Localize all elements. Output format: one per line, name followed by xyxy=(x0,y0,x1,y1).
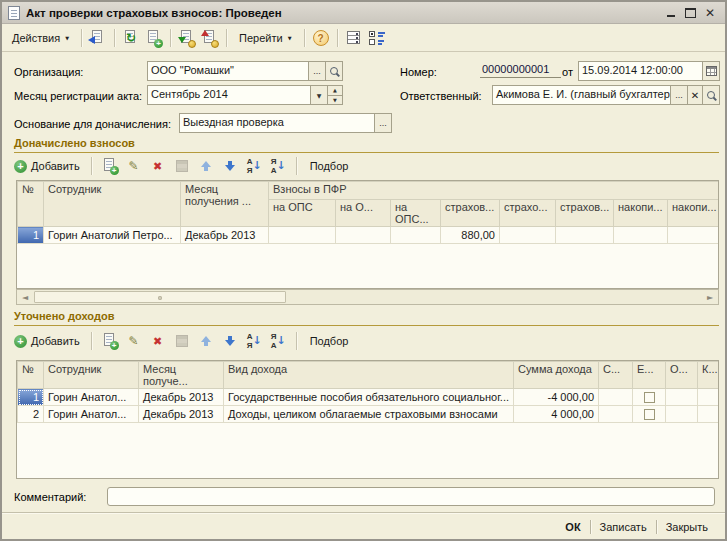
month-cell[interactable]: Декабрь 2013 xyxy=(139,389,224,406)
org-open-button[interactable] xyxy=(325,62,342,80)
subcol-header: страхов... xyxy=(556,200,614,227)
pick-button[interactable]: Подбор xyxy=(306,333,353,349)
document-movements-button[interactable] xyxy=(367,28,387,48)
delete-row-button[interactable]: ✖ xyxy=(149,332,167,350)
value-cell[interactable] xyxy=(614,227,668,244)
move-up-button[interactable] xyxy=(197,157,215,175)
reg-month-field[interactable]: Сентябрь 2014 ▼ ▲ ▼ xyxy=(147,85,343,105)
document-structure-button[interactable] xyxy=(344,28,364,48)
responsible-clear-button[interactable]: ✕ xyxy=(687,86,702,104)
basis-field[interactable]: Выездная проверка ... xyxy=(179,113,392,133)
checkbox[interactable] xyxy=(644,409,655,420)
number-value[interactable]: 00000000001 xyxy=(480,63,561,78)
amount-cell[interactable]: -4 000,00 xyxy=(514,389,599,406)
goto-menu-button[interactable]: Перейти ▼ xyxy=(233,29,297,47)
responsible-open-button[interactable] xyxy=(702,86,719,104)
row-number-cell[interactable]: 1 xyxy=(18,227,44,244)
employee-cell[interactable]: Горин Анатолий Петро... xyxy=(44,227,181,244)
responsible-value: Акимова Е. И. (главный бухгалтер xyxy=(493,86,670,104)
close-button[interactable]: ✕ xyxy=(705,7,715,19)
reread-button[interactable]: ↻ xyxy=(121,28,141,48)
empty-cell[interactable] xyxy=(698,406,719,423)
income-type-cell[interactable]: Доходы, целиком облагаемые страховыми вз… xyxy=(224,406,514,423)
edit-row-button[interactable]: ✎ xyxy=(125,157,143,175)
move-down-button[interactable] xyxy=(221,332,239,350)
edit-row-button[interactable]: ✎ xyxy=(125,332,143,350)
save-document-button[interactable] xyxy=(88,28,108,48)
copy-row-button[interactable]: + xyxy=(101,332,119,350)
date-field[interactable]: 15.09.2014 12:00:00 xyxy=(578,61,720,81)
reg-month-spinner[interactable]: ▲ ▼ xyxy=(327,86,342,104)
value-cell[interactable] xyxy=(269,227,336,244)
value-cell[interactable] xyxy=(336,227,391,244)
value-cell[interactable] xyxy=(500,227,556,244)
contributions-table: № Сотрудник Месяц получения ... Взносы в… xyxy=(16,180,719,289)
sort-descending-button[interactable]: ЯА↓ xyxy=(269,157,287,175)
maximize-button[interactable] xyxy=(685,8,696,18)
empty-cell[interactable] xyxy=(698,389,719,406)
org-select-button[interactable]: ... xyxy=(308,62,325,80)
value-cell[interactable] xyxy=(668,227,719,244)
month-cell[interactable]: Декабрь 2013 xyxy=(139,406,224,423)
value-cell[interactable]: 880,00 xyxy=(441,227,500,244)
add-row-button[interactable]: + Добавить xyxy=(12,160,82,173)
sort-ascending-button[interactable]: АЯ↓ xyxy=(245,332,263,350)
pick-button[interactable]: Подбор xyxy=(306,158,353,174)
comment-input[interactable] xyxy=(107,487,715,506)
empty-cell[interactable] xyxy=(666,406,698,423)
value-cell[interactable] xyxy=(391,227,441,244)
row-number-cell[interactable]: 1 xyxy=(18,389,44,406)
move-up-button[interactable] xyxy=(197,332,215,350)
add-row-button[interactable]: + Добавить xyxy=(12,335,82,348)
close-form-button[interactable]: Закрыть xyxy=(657,519,717,535)
employee-cell[interactable]: Горин Анатол... xyxy=(44,389,139,406)
sort-descending-button[interactable]: ЯА↓ xyxy=(269,332,287,350)
unpost-document-button[interactable] xyxy=(200,28,220,48)
income-type-cell[interactable]: Государственные пособия обязательного со… xyxy=(224,389,514,406)
empty-cell[interactable] xyxy=(666,389,698,406)
minimize-button[interactable] xyxy=(666,7,676,18)
sort-asc-icon: АЯ↓ xyxy=(246,333,262,349)
scroll-left-icon[interactable]: ◄ xyxy=(17,290,33,304)
toolbar-separator xyxy=(337,29,338,47)
save-button[interactable]: Записать xyxy=(591,519,656,535)
row-number-cell[interactable]: 2 xyxy=(18,406,44,423)
copy-row-button[interactable]: + xyxy=(101,157,119,175)
empty-cell[interactable] xyxy=(599,389,633,406)
reg-month-dropdown-button[interactable]: ▼ xyxy=(310,86,327,104)
col-header-k: К... xyxy=(698,362,719,389)
move-down-button[interactable] xyxy=(221,157,239,175)
employee-cell[interactable]: Горин Анатол... xyxy=(44,406,139,423)
table-row[interactable]: 2 Горин Анатол... Декабрь 2013 Доходы, ц… xyxy=(18,406,719,423)
scrollbar-thumb[interactable] xyxy=(34,291,286,303)
scroll-right-icon[interactable]: ► xyxy=(702,290,718,304)
calendar-button[interactable] xyxy=(702,62,719,80)
spin-down-icon[interactable]: ▼ xyxy=(328,96,342,105)
spin-up-icon[interactable]: ▲ xyxy=(328,86,342,96)
copy-document-button[interactable]: + xyxy=(144,28,164,48)
responsible-field[interactable]: Акимова Е. И. (главный бухгалтер ... ✕ xyxy=(492,85,720,105)
flag-cell[interactable] xyxy=(633,389,666,406)
amount-cell[interactable]: 4 000,00 xyxy=(514,406,599,423)
sort-ascending-button[interactable]: АЯ↓ xyxy=(245,157,263,175)
empty-cell[interactable] xyxy=(599,406,633,423)
month-cell[interactable]: Декабрь 2013 xyxy=(181,227,269,244)
table-row[interactable]: 1 Горин Анатолий Петро... Декабрь 2013 8… xyxy=(18,227,719,244)
plus-icon: + xyxy=(110,166,119,175)
checkbox[interactable] xyxy=(644,392,655,403)
responsible-select-button[interactable]: ... xyxy=(670,86,687,104)
value-cell[interactable] xyxy=(556,227,614,244)
horizontal-scrollbar[interactable]: ◄ ► xyxy=(16,289,719,305)
ok-button[interactable]: ОК xyxy=(556,519,589,535)
org-field[interactable]: ООО "Ромашки" ... xyxy=(147,61,343,81)
flag-cell[interactable] xyxy=(633,406,666,423)
post-document-button[interactable] xyxy=(177,28,197,48)
actions-menu-button[interactable]: Действия ▼ xyxy=(6,29,75,47)
reg-month-value: Сентябрь 2014 xyxy=(148,86,310,104)
table-row[interactable]: 1 Горин Анатол... Декабрь 2013 Государст… xyxy=(18,389,719,406)
end-edit-button[interactable] xyxy=(173,157,191,175)
help-button[interactable]: ? xyxy=(313,30,329,46)
basis-select-button[interactable]: ... xyxy=(374,114,391,132)
delete-row-button[interactable]: ✖ xyxy=(149,157,167,175)
end-edit-button[interactable] xyxy=(173,332,191,350)
